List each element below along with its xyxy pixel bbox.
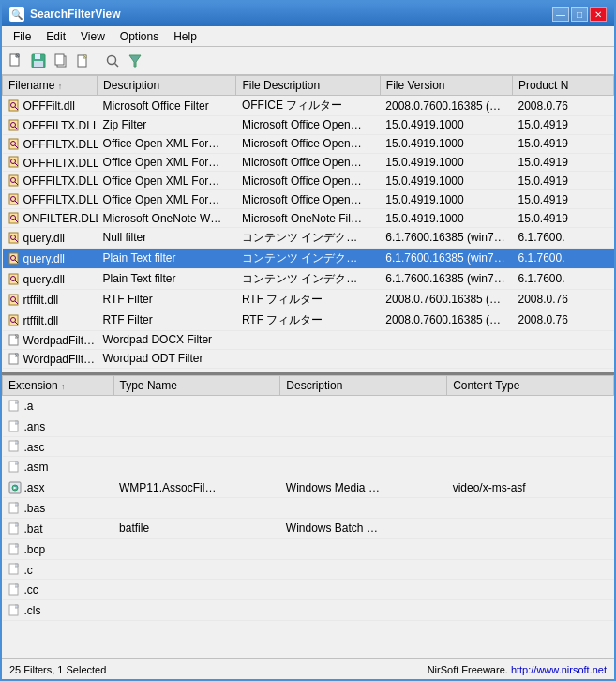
col-header-fileversion[interactable]: File Version <box>380 76 512 96</box>
list-item[interactable]: .bas <box>3 498 614 519</box>
cell-fileversion: 15.0.4919.1000 <box>380 209 512 228</box>
sort-arrow-filename: ↑ <box>58 82 63 91</box>
title-bar: 🔍 SearchFilterView — □ ✕ <box>2 2 614 26</box>
col-header-filedesc[interactable]: File Description <box>236 76 380 96</box>
table-row[interactable]: OFFFILTX.DLL Office Open XML For… Micros… <box>3 190 614 209</box>
cell-desc2 <box>280 436 447 457</box>
cell-description: RTF Filter <box>98 310 236 330</box>
col-header-typename[interactable]: Type Name <box>113 376 280 396</box>
menu-view[interactable]: View <box>73 28 113 44</box>
menu-help[interactable]: Help <box>166 28 204 44</box>
list-item[interactable]: .c <box>3 559 614 580</box>
col-header-desc2[interactable]: Description <box>280 376 447 396</box>
table-row[interactable]: OFFFilt.dll Microsoft Office Filter OFFI… <box>3 96 614 116</box>
cell-typename <box>113 436 280 457</box>
upper-table-header: Filename ↑ Description File Description … <box>3 76 614 96</box>
lower-table-header: Extension ↑ Type Name Description Conten… <box>3 376 614 396</box>
cell-typename <box>113 416 280 436</box>
minimize-button[interactable]: — <box>552 7 569 22</box>
cell-fileversion: 6.1.7600.16385 (win7… <box>380 268 512 289</box>
table-row[interactable]: rtffilt.dll RTF Filter RTF フィルター 2008.0.… <box>3 289 614 310</box>
cell-fileversion: 6.1.7600.16385 (win7… <box>380 227 512 248</box>
list-item[interactable]: .asx WMP11.AssocFil… Windows Media … vid… <box>3 477 614 498</box>
cell-desc2 <box>280 580 447 600</box>
col-header-description[interactable]: Description <box>98 76 236 96</box>
cell-product: 15.0.4919 <box>512 190 613 209</box>
cell-description: Microsoft OneNote W… <box>98 209 236 228</box>
cell-filedesc: Microsoft Office Open… <box>236 134 380 153</box>
cell-product: 2008.0.76 <box>512 310 613 330</box>
window-title: SearchFilterView <box>30 8 121 21</box>
cell-description: Wordpad DOCX Filter <box>98 330 236 349</box>
cell-fileversion: 15.0.4919.1000 <box>380 172 512 190</box>
lower-table-wrapper[interactable]: Extension ↑ Type Name Description Conten… <box>2 375 614 658</box>
table-row[interactable]: WordpadFilt… Wordpad DOCX Filter <box>3 330 614 349</box>
cell-filedesc: OFFICE フィルター <box>236 96 380 116</box>
col-header-contenttype[interactable]: Content Type <box>447 376 614 396</box>
table-row[interactable]: OFFFILTX.DLL Office Open XML For… Micros… <box>3 153 614 172</box>
toolbar-copy[interactable] <box>51 51 71 71</box>
title-controls: — □ ✕ <box>552 7 607 22</box>
cell-fileversion: 2008.0.7600.16385 (… <box>380 310 512 330</box>
table-row[interactable]: OFFFILTX.DLL Office Open XML For… Micros… <box>3 172 614 190</box>
maximize-button[interactable]: □ <box>571 7 588 22</box>
cell-filename: query.dll <box>3 248 98 268</box>
cell-filename: ONFILTER.DLL <box>3 209 98 228</box>
toolbar-filter[interactable] <box>125 51 145 71</box>
list-item[interactable]: .bat batfile Windows Batch … <box>3 518 614 538</box>
cell-desc2: Windows Media … <box>280 477 447 498</box>
menu-edit[interactable]: Edit <box>38 28 73 44</box>
cell-fileversion: 15.0.4919.1000 <box>380 153 512 172</box>
upper-table: Filename ↑ Description File Description … <box>2 75 614 369</box>
list-item[interactable]: .a <box>3 396 614 416</box>
table-row[interactable]: query.dll Null filter コンテンツ インデク… 6.1.76… <box>3 227 614 248</box>
lower-table-container: Extension ↑ Type Name Description Conten… <box>2 375 614 658</box>
cell-description: Plain Text filter <box>98 268 236 289</box>
cell-desc2 <box>280 559 447 580</box>
statusbar: 25 Filters, 1 Selected NirSoft Freeware.… <box>2 658 614 679</box>
cell-filename: OFFFILTX.DLL <box>3 134 98 153</box>
cell-filename: OFFFilt.dll <box>3 96 98 116</box>
close-button[interactable]: ✕ <box>590 7 607 22</box>
col-header-extension[interactable]: Extension ↑ <box>3 376 114 396</box>
cell-fileversion <box>380 349 512 368</box>
toolbar-search[interactable] <box>102 51 123 71</box>
svg-rect-5 <box>55 54 64 65</box>
cell-filedesc: Microsoft Office Open… <box>236 153 380 172</box>
cell-contenttype <box>447 457 614 477</box>
table-row[interactable]: OFFFILTX.DLL Zip Filter Microsoft Office… <box>3 116 614 135</box>
col-header-filename[interactable]: Filename ↑ <box>3 76 98 96</box>
col-header-product[interactable]: Product N <box>512 76 613 96</box>
svg-rect-2 <box>35 54 40 59</box>
cell-extension: .cc <box>3 580 114 600</box>
cell-filedesc: コンテンツ インデク… <box>236 248 380 268</box>
list-item[interactable]: .cls <box>3 600 614 621</box>
cell-filedesc: コンテンツ インデク… <box>236 268 380 289</box>
table-row[interactable]: query.dll Plain Text filter コンテンツ インデク… … <box>3 248 614 268</box>
cell-description: Wordpad ODT Filter <box>98 349 236 368</box>
menu-file[interactable]: File <box>6 28 38 44</box>
upper-table-wrapper[interactable]: Filename ↑ Description File Description … <box>2 75 614 372</box>
list-item[interactable]: .asm <box>3 457 614 477</box>
table-row[interactable]: OFFFILTX.DLL Office Open XML For… Micros… <box>3 134 614 153</box>
list-item[interactable]: .bcp <box>3 538 614 559</box>
cell-product <box>512 349 613 368</box>
list-item[interactable]: .ans <box>3 416 614 436</box>
table-row[interactable]: ONFILTER.DLL Microsoft OneNote W… Micros… <box>3 209 614 228</box>
table-row[interactable]: WordpadFilt… Wordpad ODT Filter <box>3 349 614 368</box>
nirsoft-link[interactable]: http://www.nirsoft.net <box>511 664 607 675</box>
cell-typename <box>113 457 280 477</box>
table-row[interactable]: rtffilt.dll RTF Filter RTF フィルター 2008.0.… <box>3 310 614 330</box>
table-row[interactable]: query.dll Plain Text filter コンテンツ インデク… … <box>3 268 614 289</box>
menu-options[interactable]: Options <box>113 28 166 44</box>
list-item[interactable]: .cc <box>3 580 614 600</box>
toolbar-save[interactable] <box>28 51 49 71</box>
cell-contenttype <box>447 518 614 538</box>
toolbar-export[interactable] <box>73 51 94 71</box>
cell-desc2 <box>280 600 447 621</box>
cell-extension: .asc <box>3 436 114 457</box>
main-window: 🔍 SearchFilterView — □ ✕ File Edit View … <box>0 0 616 681</box>
cell-filename: WordpadFilt… <box>3 349 98 368</box>
list-item[interactable]: .asc <box>3 436 614 457</box>
toolbar-new[interactable] <box>6 51 26 71</box>
